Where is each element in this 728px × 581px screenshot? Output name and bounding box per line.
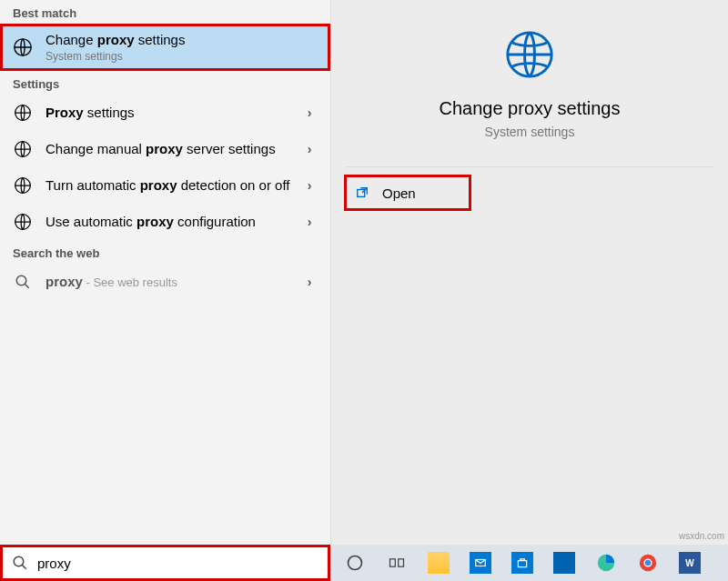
chevron-right-icon: › bbox=[301, 215, 318, 229]
result-title: Proxy settings bbox=[46, 104, 301, 122]
taskbar-edge[interactable] bbox=[587, 547, 625, 578]
taskbar-app-tile[interactable] bbox=[545, 547, 583, 578]
globe-icon bbox=[13, 175, 33, 195]
taskbar: W bbox=[330, 545, 728, 581]
taskbar-chrome[interactable] bbox=[629, 547, 667, 578]
chevron-right-icon: › bbox=[301, 142, 318, 156]
svg-point-16 bbox=[645, 560, 651, 566]
svg-rect-10 bbox=[390, 559, 396, 566]
taskbar-taskview[interactable] bbox=[378, 547, 416, 578]
result-title: Use automatic proxy configuration bbox=[46, 213, 301, 231]
section-best-match: Best match bbox=[0, 0, 330, 24]
settings-item-proxy[interactable]: Proxy settings › bbox=[0, 95, 330, 131]
globe-icon bbox=[13, 212, 33, 232]
globe-icon bbox=[13, 139, 33, 159]
search-icon bbox=[13, 272, 33, 292]
detail-panel: Change proxy settings System settings Op… bbox=[330, 0, 728, 545]
settings-item-auto-config[interactable]: Use automatic proxy configuration › bbox=[0, 204, 330, 240]
web-result-title: proxy - See web results bbox=[46, 273, 301, 291]
svg-point-9 bbox=[349, 556, 362, 570]
settings-item-manual-proxy[interactable]: Change manual proxy server settings › bbox=[0, 131, 330, 167]
globe-icon bbox=[13, 103, 33, 123]
taskbar-explorer[interactable] bbox=[420, 547, 458, 578]
svg-point-5 bbox=[16, 275, 26, 285]
taskbar-word[interactable]: W bbox=[671, 547, 709, 578]
settings-item-auto-detect[interactable]: Turn automatic proxy detection on or off… bbox=[0, 167, 330, 204]
result-title: Turn automatic proxy detection on or off bbox=[46, 176, 301, 195]
svg-point-8 bbox=[14, 556, 24, 566]
watermark: wsxdn.com bbox=[679, 531, 724, 541]
svg-rect-11 bbox=[399, 559, 404, 566]
section-web: Search the web bbox=[0, 240, 330, 264]
taskbar-store[interactable] bbox=[503, 547, 541, 578]
open-label: Open bbox=[382, 185, 416, 201]
globe-icon-large bbox=[502, 27, 557, 82]
best-match-result[interactable]: Change proxy settings System settings bbox=[0, 24, 330, 71]
chevron-right-icon: › bbox=[301, 105, 318, 120]
open-icon bbox=[355, 185, 369, 200]
search-box[interactable] bbox=[0, 545, 330, 581]
chevron-right-icon: › bbox=[301, 178, 318, 193]
taskbar-cortana[interactable] bbox=[336, 547, 374, 578]
detail-subtitle: System settings bbox=[485, 125, 575, 139]
open-action[interactable]: Open bbox=[344, 175, 471, 211]
best-match-title: Change proxy settings bbox=[46, 31, 318, 49]
best-match-subtitle: System settings bbox=[46, 50, 318, 65]
taskbar-mail[interactable] bbox=[461, 547, 500, 578]
globe-icon bbox=[13, 37, 33, 57]
result-title: Change manual proxy server settings bbox=[46, 140, 301, 158]
chevron-right-icon: › bbox=[301, 275, 318, 289]
search-results-panel: Best match Change proxy settings System … bbox=[0, 0, 330, 545]
web-result[interactable]: proxy - See web results › bbox=[0, 264, 330, 300]
search-icon bbox=[12, 555, 28, 571]
section-settings: Settings bbox=[0, 71, 330, 95]
detail-title: Change proxy settings bbox=[439, 98, 620, 119]
search-input[interactable] bbox=[37, 556, 318, 571]
